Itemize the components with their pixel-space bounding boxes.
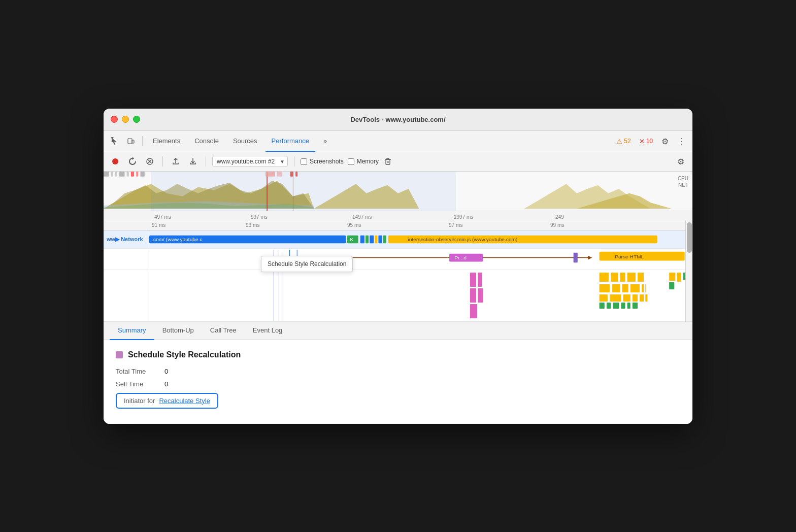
- timeline-overview-area[interactable]: CPU NET: [104, 172, 692, 220]
- svg-rect-37: [266, 172, 275, 177]
- tab-bottom-up[interactable]: Bottom-Up: [154, 322, 202, 340]
- svg-rect-30: [111, 172, 113, 177]
- tab-performance[interactable]: Performance: [266, 130, 315, 152]
- upload-button[interactable]: [169, 155, 182, 168]
- url-selector[interactable]: www.youtube.com #2: [212, 156, 288, 167]
- svg-rect-93: [621, 303, 625, 309]
- title-bar: DevTools - www.youtube.com/: [104, 109, 692, 131]
- devtools-tabbar: Elements Console Sources Performance » ⚠…: [104, 131, 692, 152]
- task-row-2-label: [104, 270, 149, 321]
- svg-rect-99: [655, 273, 656, 316]
- tab-more[interactable]: »: [317, 130, 333, 152]
- svg-rect-97: [647, 273, 649, 316]
- svg-rect-38: [277, 172, 282, 177]
- more-icon[interactable]: ⋮: [674, 134, 688, 148]
- svg-rect-32: [119, 172, 124, 177]
- clear-button[interactable]: [143, 155, 156, 168]
- svg-rect-91: [607, 303, 611, 309]
- devtools-window: DevTools - www.youtube.com/ Elements Con…: [104, 109, 692, 424]
- close-button[interactable]: [111, 116, 118, 123]
- perf-toolbar: www.youtube.com #2 ▼ Screenshots Memory …: [104, 152, 692, 172]
- traffic-lights: [111, 116, 140, 123]
- svg-rect-68: [279, 270, 279, 321]
- tab-sources[interactable]: Sources: [227, 130, 263, 152]
- svg-rect-101: [662, 273, 664, 316]
- tab-event-log[interactable]: Event Log: [245, 322, 291, 340]
- svg-rect-49: [378, 235, 382, 243]
- collect-garbage-button[interactable]: [383, 155, 393, 168]
- task-row-2-content: [149, 270, 692, 321]
- flame-scrollbar[interactable]: [685, 220, 692, 321]
- svg-rect-82: [622, 284, 628, 292]
- svg-point-4: [112, 158, 118, 164]
- tab-elements[interactable]: Elements: [147, 130, 186, 152]
- network-row: ww▶ Network .com/ (www.youtube.c K: [104, 230, 692, 249]
- cpu-net-labels: CPU NET: [678, 176, 688, 188]
- svg-rect-45: [360, 235, 364, 243]
- svg-text:intersection-observer.min.js (: intersection-observer.min.js (www.youtub…: [408, 237, 518, 242]
- summary-title: Schedule Style Recalculation: [116, 350, 680, 359]
- device-toggle-icon[interactable]: [124, 134, 138, 148]
- svg-rect-77: [620, 273, 625, 282]
- svg-rect-36: [141, 172, 145, 177]
- net-label: NET: [678, 182, 688, 188]
- window-title: DevTools - www.youtube.com/: [350, 116, 445, 123]
- svg-rect-87: [623, 294, 630, 302]
- warning-badge[interactable]: ⚠ 52: [613, 137, 634, 146]
- svg-rect-2: [128, 139, 132, 144]
- svg-rect-40: [295, 172, 297, 177]
- svg-rect-90: [600, 303, 605, 309]
- url-selector-wrapper: www.youtube.com #2 ▼: [212, 156, 288, 167]
- download-button[interactable]: [186, 155, 200, 168]
- flame-tooltip: Schedule Style Recalculation: [261, 256, 353, 272]
- memory-checkbox-label[interactable]: Memory: [348, 158, 379, 165]
- flame-mark-91: 91 ms: [152, 222, 165, 228]
- svg-rect-102: [666, 273, 667, 316]
- svg-rect-8: [386, 159, 390, 164]
- total-time-value: 0: [164, 368, 168, 375]
- svg-rect-83: [631, 284, 640, 292]
- zoom-button[interactable]: [133, 116, 140, 123]
- svg-rect-46: [366, 235, 369, 243]
- screenshots-checkbox[interactable]: [301, 158, 307, 165]
- svg-text:K: K: [350, 237, 353, 242]
- ruler-mark-1997: 1997 ms: [454, 214, 473, 220]
- error-badge[interactable]: ✕ 10: [636, 137, 656, 146]
- svg-rect-78: [627, 273, 636, 282]
- svg-rect-98: [651, 273, 652, 316]
- flame-mark-93: 93 ms: [246, 222, 259, 228]
- flame-chart-area[interactable]: 91 ms 93 ms 95 ms 97 ms 99 ms ww▶ Networ…: [104, 220, 692, 322]
- ruler-mark-1497: 1497 ms: [352, 214, 372, 220]
- tab-console[interactable]: Console: [188, 130, 225, 152]
- perf-settings-icon[interactable]: ⚙: [674, 156, 687, 168]
- self-time-label: Self Time: [116, 380, 156, 388]
- reload-record-button[interactable]: [126, 155, 139, 168]
- task-row-1-label: [104, 249, 149, 270]
- svg-rect-59: [574, 252, 578, 262]
- perf-sep-1: [162, 156, 163, 167]
- perf-sep-2: [206, 156, 206, 167]
- screenshots-checkbox-label[interactable]: Screenshots: [301, 158, 344, 165]
- timeline-overview: CPU NET: [104, 172, 692, 220]
- memory-checkbox[interactable]: [348, 158, 354, 165]
- ruler-mark-997: 997 ms: [251, 214, 268, 220]
- initiator-link[interactable]: Recalculate Style: [159, 397, 210, 405]
- summary-color-swatch: [116, 351, 123, 358]
- settings-icon[interactable]: ⚙: [658, 134, 672, 148]
- cursor-icon[interactable]: [108, 134, 122, 148]
- record-button[interactable]: [109, 155, 122, 168]
- svg-text:Parse HTML: Parse HTML: [615, 253, 644, 259]
- svg-rect-72: [470, 288, 476, 303]
- minimize-button[interactable]: [122, 116, 129, 123]
- network-svg: .com/ (www.youtube.c K intersection-obse…: [149, 230, 692, 248]
- svg-rect-76: [611, 273, 618, 282]
- flame-scrollbar-thumb[interactable]: [687, 222, 692, 253]
- tab-summary[interactable]: Summary: [110, 322, 154, 340]
- svg-rect-50: [383, 235, 386, 243]
- svg-rect-100: [658, 273, 660, 316]
- tab-call-tree[interactable]: Call Tree: [202, 322, 245, 340]
- svg-rect-104: [669, 282, 674, 289]
- flame-mark-97: 97 ms: [449, 222, 462, 228]
- svg-rect-69: [283, 270, 283, 321]
- svg-rect-94: [627, 303, 631, 309]
